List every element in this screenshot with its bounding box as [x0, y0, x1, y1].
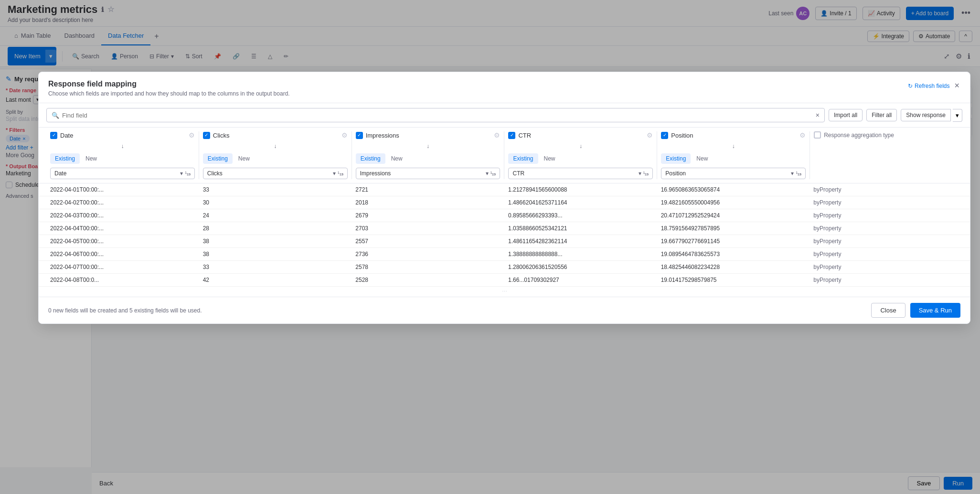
date-sort-icon: ¹₂₃ — [185, 171, 191, 177]
date-existing-new: Existing New — [50, 153, 195, 164]
ctr-existing-button[interactable]: Existing — [508, 153, 538, 164]
cell-date: 2022-04-07T00:00:... — [46, 264, 199, 270]
field-date-checkbox[interactable]: ✓ — [50, 132, 57, 139]
ctr-dropdown[interactable]: CTR ▾ ¹₂₃ — [508, 168, 653, 179]
impressions-arrow-down: ↓ — [356, 143, 501, 150]
cell-clicks: 33 — [199, 264, 352, 270]
modal-header-right: ↻ Refresh fields × — [908, 80, 960, 92]
drag-handle[interactable]: ⋯ — [39, 287, 970, 297]
clicks-sort-icon: ¹₂₃ — [338, 171, 343, 177]
cell-date: 2022-04-03T00:00:... — [46, 212, 199, 219]
ctr-new-button[interactable]: New — [540, 153, 559, 164]
date-existing-button[interactable]: Existing — [50, 153, 80, 164]
cell-date: 2022-04-04T00:00:... — [46, 225, 199, 232]
date-arrow-down: ↓ — [50, 143, 195, 150]
show-response-button[interactable]: Show response — [901, 109, 951, 121]
cell-impressions: 2736 — [352, 251, 504, 258]
cell-agg: byProperty — [810, 264, 962, 270]
field-clicks-settings-icon[interactable]: ⚙ — [341, 131, 348, 139]
field-col-position: ✓ Position ⚙ ↓ Existing New Position ▾ ¹… — [657, 131, 810, 179]
position-sort-icon: ¹₂₃ — [796, 171, 801, 177]
position-existing-new: Existing New — [661, 153, 806, 164]
data-rows-container: 2022-04-01T00:00:... 33 2721 1.212789415… — [39, 183, 970, 287]
impressions-existing-button[interactable]: Existing — [356, 153, 385, 164]
modal-close-button[interactable]: × — [953, 80, 960, 92]
field-col-date: ✓ Date ⚙ ↓ Existing New Date ▾ ¹₂₃ — [46, 131, 199, 179]
show-response-wrap: Show response ▾ — [901, 109, 962, 122]
field-agg-header: Response aggregation type — [814, 131, 959, 139]
impressions-dropdown[interactable]: Impressions ▾ ¹₂₃ — [356, 168, 501, 179]
field-clicks-checkbox[interactable]: ✓ — [203, 132, 210, 139]
position-arrow-down: ↓ — [661, 143, 806, 150]
position-dropdown-arrow: ▾ — [791, 170, 794, 177]
save-and-run-button[interactable]: Save & Run — [910, 303, 960, 318]
field-clicks-header: ✓ Clicks ⚙ — [203, 131, 348, 139]
cell-clicks: 38 — [199, 251, 352, 258]
position-dropdown[interactable]: Position ▾ ¹₂₃ — [661, 168, 806, 179]
cell-date: 2022-04-08T00:0... — [46, 277, 199, 283]
field-impressions-settings-icon[interactable]: ⚙ — [494, 131, 500, 139]
date-dropdown[interactable]: Date ▾ ¹₂₃ — [50, 168, 195, 179]
main-area: ✎ My request 🗑 * Date range Last mont ▾ … — [0, 67, 980, 493]
cell-impressions: 2721 — [352, 186, 504, 193]
cell-agg: byProperty — [810, 225, 962, 232]
field-ctr-checkbox[interactable]: ✓ — [508, 132, 515, 139]
cell-date: 2022-04-02T00:00:... — [46, 199, 199, 206]
fields-columns-row: ✓ Date ⚙ ↓ Existing New Date ▾ ¹₂₃ ✓ — [39, 128, 970, 183]
cell-date: 2022-04-05T00:00:... — [46, 238, 199, 245]
refresh-icon: ↻ — [908, 83, 913, 89]
clicks-arrow-down: ↓ — [203, 143, 348, 150]
position-existing-button[interactable]: Existing — [661, 153, 691, 164]
search-clear-button[interactable]: × — [816, 111, 820, 119]
show-response-dropdown[interactable]: ▾ — [953, 109, 962, 122]
modal-title: Response field mapping — [48, 80, 290, 88]
field-col-ctr: ✓ CTR ⚙ ↓ Existing New CTR ▾ ¹₂₃ — [504, 131, 657, 179]
date-new-button[interactable]: New — [82, 153, 101, 164]
cell-position: 19.014175298579875 — [657, 277, 810, 283]
cell-ctr: 1.48662041625371164 — [504, 199, 657, 206]
response-field-mapping-modal: Response field mapping Choose which fiel… — [38, 72, 970, 324]
search-icon: 🔍 — [52, 112, 59, 119]
data-row: 2022-04-08T00:0... 42 2528 1.66...017093… — [39, 274, 970, 287]
import-all-button[interactable]: Import all — [829, 109, 863, 121]
cell-clicks: 28 — [199, 225, 352, 232]
cell-clicks: 42 — [199, 277, 352, 283]
clicks-dropdown-arrow: ▾ — [333, 170, 336, 177]
find-field-input-wrap[interactable]: 🔍 × — [46, 108, 825, 122]
cell-clicks: 38 — [199, 238, 352, 245]
clicks-new-button[interactable]: New — [234, 153, 254, 164]
position-new-button[interactable]: New — [692, 153, 712, 164]
field-position-settings-icon[interactable]: ⚙ — [799, 131, 806, 139]
filter-all-button[interactable]: Filter all — [866, 109, 897, 121]
cell-position: 20.4710712952529424 — [657, 212, 810, 219]
impressions-new-button[interactable]: New — [387, 153, 406, 164]
cell-position: 18.7591564927857895 — [657, 225, 810, 232]
field-col-clicks: ✓ Clicks ⚙ ↓ Existing New Clicks ▾ ¹₂₃ — [199, 131, 352, 179]
clicks-dropdown[interactable]: Clicks ▾ ¹₂₃ — [203, 168, 348, 179]
cell-ctr: 1.48611654282362114 — [504, 238, 657, 245]
refresh-fields-button[interactable]: ↻ Refresh fields — [908, 83, 949, 89]
cell-impressions: 2703 — [352, 225, 504, 232]
find-field-input[interactable] — [62, 112, 813, 119]
data-row: 2022-04-05T00:00:... 38 2557 1.486116542… — [39, 235, 970, 248]
modal-search-bar: 🔍 × Import all Filter all Show response … — [39, 103, 970, 128]
field-impressions-checkbox[interactable]: ✓ — [356, 132, 363, 139]
close-footer-button[interactable]: Close — [871, 303, 905, 318]
clicks-existing-button[interactable]: Existing — [203, 153, 233, 164]
ctr-dropdown-arrow: ▾ — [639, 170, 641, 177]
footer-info: 0 new fields will be created and 5 exist… — [48, 307, 202, 314]
ctr-sort-icon: ¹₂₃ — [643, 171, 649, 177]
field-date-settings-icon[interactable]: ⚙ — [189, 131, 195, 139]
field-ctr-header: ✓ CTR ⚙ — [508, 131, 653, 139]
cell-impressions: 2578 — [352, 264, 504, 270]
field-col-impressions: ✓ Impressions ⚙ ↓ Existing New Impressio… — [352, 131, 505, 179]
field-position-header: ✓ Position ⚙ — [661, 131, 806, 139]
cell-ctr: 0.89585666293393... — [504, 212, 657, 219]
field-impressions-header: ✓ Impressions ⚙ — [356, 131, 501, 139]
ctr-arrow-down: ↓ — [508, 143, 653, 150]
field-ctr-settings-icon[interactable]: ⚙ — [647, 131, 653, 139]
data-row: 2022-04-07T00:00:... 33 2578 1.280062063… — [39, 261, 970, 274]
field-agg-checkbox[interactable] — [814, 131, 821, 139]
field-position-checkbox[interactable]: ✓ — [661, 132, 668, 139]
cell-impressions: 2679 — [352, 212, 504, 219]
